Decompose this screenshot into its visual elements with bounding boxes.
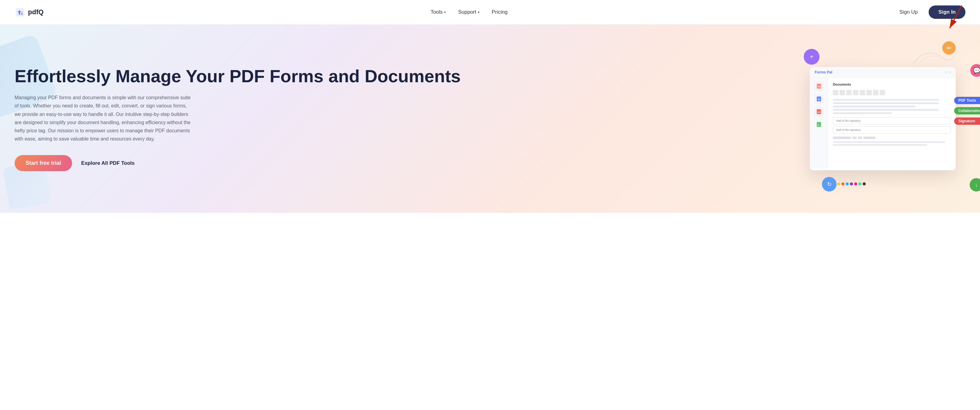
toolbar-btn (866, 90, 872, 95)
nav-pricing[interactable]: Pricing (492, 9, 508, 15)
tag-signature: Signature (954, 117, 980, 125)
hero-actions: Start free trial Explore All PDF Tools (14, 155, 460, 171)
tag-pdf-tools: PDF Tools (954, 97, 980, 104)
svg-text:W: W (818, 98, 820, 101)
explore-tools-link[interactable]: Explore All PDF Tools (81, 160, 135, 166)
nav-tools[interactable]: Tools ▾ (430, 9, 446, 15)
toolbar-btn (860, 90, 865, 95)
nav-links: Tools ▾ Support ▾ Pricing (430, 9, 508, 15)
toolbar-btn (880, 90, 885, 95)
toolbar-btn (846, 90, 852, 95)
hero-content: Effortlessly Manage Your PDF Forms and D… (0, 48, 475, 190)
ui-form-field-1: Mail of the signatory (833, 117, 951, 124)
feature-tags: PDF Tools Collaboration Signature (954, 97, 980, 125)
word-icon: W (814, 94, 824, 104)
bottom-doc-lines (833, 141, 951, 146)
dots-decoration (837, 182, 866, 185)
ui-sidebar: PDF W PPT X (810, 78, 828, 169)
hero-section: Effortlessly Manage Your PDF Forms and D… (0, 25, 980, 213)
start-trial-button[interactable]: Start free trial (14, 155, 72, 171)
svg-text:X: X (818, 123, 819, 126)
ui-main-content: Documents (828, 78, 956, 169)
nav-support[interactable]: Support ▾ (458, 9, 480, 15)
sign-up-button[interactable]: Sign Up (894, 7, 923, 17)
float-chat-button: 💬 (970, 64, 980, 77)
toolbar-btn (833, 90, 838, 95)
ui-demo-card: Forms Pal PDF W PPT (810, 67, 956, 170)
ui-form-field-2: Mail of the signatory (833, 126, 951, 133)
ppt-icon: PPT (814, 107, 824, 117)
hero-title: Effortlessly Manage Your PDF Forms and D… (14, 66, 460, 87)
float-refresh-button: ↻ (822, 177, 837, 192)
svg-text:PDF: PDF (818, 85, 822, 88)
tag-collaboration: Collaboration (954, 107, 980, 114)
svg-text:PPT: PPT (818, 111, 821, 113)
toolbar-btn (873, 90, 878, 95)
ui-toolbar (833, 90, 951, 95)
chevron-down-icon: ▾ (444, 10, 446, 14)
hero-subtitle: Managing your PDF forms and documents is… (14, 93, 191, 143)
ui-section-title: Documents (833, 82, 951, 86)
ui-doc-content (833, 99, 951, 114)
bottom-toolbar (833, 136, 951, 139)
excel-icon: X (814, 120, 824, 129)
toolbar-btn (853, 90, 858, 95)
nav-actions: Sign Up Sign In (894, 5, 966, 19)
hero-visual: + ✏ 💬 Forms Pal PDF W (798, 40, 980, 198)
navbar: pdfQ Tools ▾ Support ▾ Pricing Sign Up S… (0, 0, 980, 25)
sign-in-button[interactable]: Sign In (929, 5, 966, 19)
float-download-button: ↓ (970, 178, 980, 192)
pdf-icon: PDF (814, 81, 824, 91)
brand-name: pdfQ (28, 8, 43, 16)
ui-app-name: Forms Pal (815, 70, 832, 74)
chevron-down-icon: ▾ (478, 10, 480, 14)
logo[interactable]: pdfQ (14, 7, 43, 17)
toolbar-btn (840, 90, 845, 95)
sketch-decoration (907, 40, 962, 76)
ui-card-body: PDF W PPT X Documents (810, 78, 956, 169)
logo-icon (14, 7, 25, 17)
float-plus-button: + (804, 49, 819, 65)
